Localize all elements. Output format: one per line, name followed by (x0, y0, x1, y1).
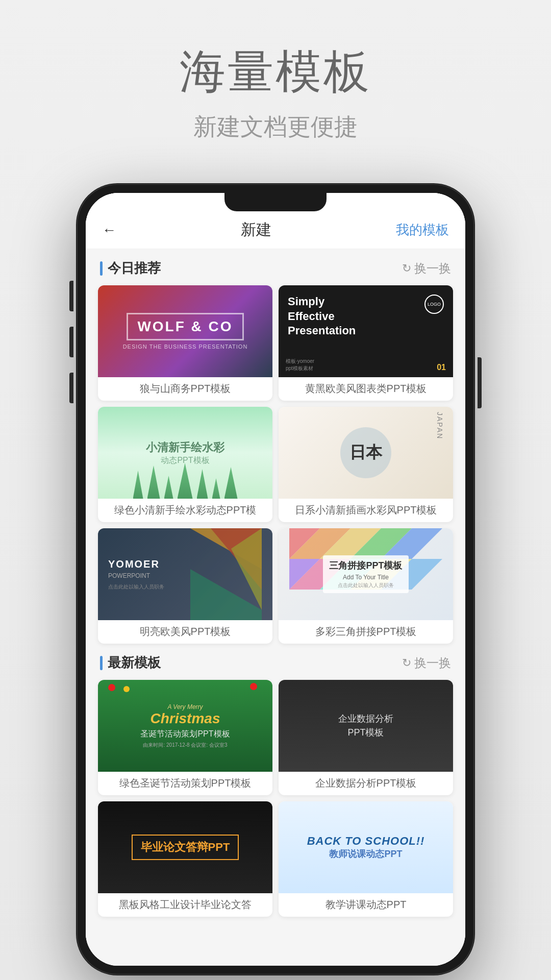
yomoer-sub-text: POWERPOINT (108, 572, 262, 579)
yomoer-thumbnail: YOMOER POWERPOINT 点击此处以输入人员职务 (98, 528, 272, 620)
today-template-grid: WOLF & CO DESIGN THE BUSINESS PRESENTATI… (98, 285, 453, 644)
today-section-title: 今日推荐 (100, 259, 161, 277)
japan-thumbnail: 日本 JAPAN (279, 407, 453, 499)
tree-6 (212, 478, 220, 499)
japan-main-text: 日本 (349, 442, 382, 464)
scroll-content[interactable]: 今日推荐 ↻ 换一换 WOLF & CO (86, 249, 465, 966)
graduation-thumbnail: 毕业论文答辩PPT (98, 801, 272, 893)
christmas-thumbnail: A Very Merry Christmas 圣诞节活动策划PPT模板 由来时间… (98, 680, 272, 772)
template-watercolor[interactable]: 小清新手绘水彩 动态PPT模板 (98, 407, 272, 522)
notch (224, 193, 327, 211)
triangle-label: 多彩三角拼接PPT模板 (279, 620, 453, 644)
simply-heading: Simply Effective Presentation (288, 295, 444, 338)
simply-source: 模板·yomoer ppt模板素材 (286, 358, 314, 372)
template-bizdata[interactable]: 企业数据分析 PPT模板 企业数据分析PPT模板 (279, 680, 453, 795)
watercolor-main-text: 小清新手绘水彩 (146, 440, 224, 455)
teacher-main-text: 教师说课动态PPT (307, 848, 425, 860)
wolf-label: 狼与山商务PPT模板 (98, 377, 272, 401)
tree-3 (164, 476, 173, 499)
japan-label: 日系小清新插画水彩风PPT模板 (279, 499, 453, 522)
watercolor-label: 绿色小清新手绘水彩动态PPT模 (98, 499, 272, 522)
latest-template-grid: A Very Merry Christmas 圣诞节活动策划PPT模板 由来时间… (98, 680, 453, 917)
back-to-school: BACK TO SCHOOL!! (307, 835, 425, 848)
latest-section-title: 最新模板 (100, 654, 161, 672)
phone-frame: ← 新建 我的模板 今日推荐 ↻ (77, 184, 474, 975)
triangle-main-text: 三角拼接PPT模板 (329, 559, 402, 572)
bauble-2 (123, 686, 130, 692)
bizdata-thumbnail: 企业数据分析 PPT模板 (279, 680, 453, 772)
template-simply[interactable]: Simply Effective Presentation LOGO 01 模板… (279, 285, 453, 401)
watercolor-trees (98, 463, 272, 499)
graduation-label: 黑板风格工业设计毕业论文答 (98, 893, 272, 917)
today-refresh[interactable]: ↻ 换一换 (402, 260, 451, 277)
triangle-desc-text: 点击此处以输入人员职务 (329, 582, 402, 589)
bizdata-label: 企业数据分析PPT模板 (279, 772, 453, 795)
app-content: ← 新建 我的模板 今日推荐 ↻ (86, 193, 465, 966)
graduation-main-text: 毕业论文答辩PPT (132, 835, 239, 860)
japan-vertical-text: JAPAN (436, 412, 444, 439)
wolf-subtitle-text: DESIGN THE BUSINESS PRESENTATION (123, 344, 248, 350)
template-yomoer[interactable]: YOMOER POWERPOINT 点击此处以输入人员职务 明亮欧美风PPT模板 (98, 528, 272, 644)
simply-thumbnail: Simply Effective Presentation LOGO 01 模板… (279, 285, 453, 377)
title-bar-accent (100, 261, 103, 276)
christmas-main-text: Christmas (151, 710, 220, 727)
refresh-icon: ↻ (402, 262, 411, 275)
back-button[interactable]: ← (102, 222, 116, 238)
latest-title-bar-accent (100, 656, 103, 670)
latest-refresh-icon: ↻ (402, 656, 411, 670)
tree-7 (224, 467, 238, 499)
template-triangle[interactable]: 三角拼接PPT模板 Add To Your Title 点击此处以输入人员职务 … (279, 528, 453, 644)
simply-label: 黄黑欧美风图表类PPT模板 (279, 377, 453, 401)
template-graduation[interactable]: 毕业论文答辩PPT 黑板风格工业设计毕业论文答 (98, 801, 272, 917)
bauble-3 (250, 683, 257, 690)
teacher-thumbnail: BACK TO SCHOOL!! 教师说课动态PPT (279, 801, 453, 893)
template-christmas[interactable]: A Very Merry Christmas 圣诞节活动策划PPT模板 由来时间… (98, 680, 272, 795)
latest-section-header: 最新模板 ↻ 换一换 (98, 654, 453, 672)
bizdata-subtitle: PPT模板 (347, 726, 384, 740)
simply-logo: LOGO (424, 295, 444, 314)
triangle-thumbnail: 三角拼接PPT模板 Add To Your Title 点击此处以输入人员职务 (279, 528, 453, 620)
template-wolf[interactable]: WOLF & CO DESIGN THE BUSINESS PRESENTATI… (98, 285, 272, 401)
tree-5 (197, 469, 208, 499)
bizdata-title: 企业数据分析 (338, 712, 393, 726)
phone-screen: ← 新建 我的模板 今日推荐 ↻ (86, 193, 465, 966)
watercolor-thumbnail: 小清新手绘水彩 动态PPT模板 (98, 407, 272, 499)
latest-section: 最新模板 ↻ 换一换 A Very Merry (98, 654, 453, 917)
today-section-header: 今日推荐 ↻ 换一换 (98, 259, 453, 277)
page-title-bar: 新建 (241, 219, 271, 240)
page-header: 海量模板 新建文档更便捷 (180, 0, 371, 143)
latest-refresh[interactable]: ↻ 换一换 (402, 655, 451, 671)
page-subtitle: 新建文档更便捷 (180, 111, 371, 143)
christmas-title-cn: 圣诞节活动策划PPT模板 (140, 729, 230, 740)
christmas-info: 由来时间: 2017-12-8 会议室: 会议室3 (143, 742, 227, 749)
phone-wrapper: ← 新建 我的模板 今日推荐 ↻ (77, 184, 474, 975)
watercolor-sub-text: 动态PPT模板 (161, 455, 209, 466)
christmas-label: 绿色圣诞节活动策划PPT模板 (98, 772, 272, 795)
my-templates-button[interactable]: 我的模板 (396, 221, 449, 239)
japan-circle: 日本 (340, 427, 391, 478)
wolf-title-text: WOLF & CO (127, 313, 243, 340)
teacher-label: 教学讲课动态PPT (279, 893, 453, 917)
teacher-content: BACK TO SCHOOL!! 教师说课动态PPT (307, 835, 425, 860)
wolf-thumbnail: WOLF & CO DESIGN THE BUSINESS PRESENTATI… (98, 285, 272, 377)
yomoer-main-text: YOMOER (108, 558, 262, 570)
page-title: 海量模板 (180, 41, 371, 103)
simply-num: 01 (437, 363, 446, 372)
template-japan[interactable]: 日本 JAPAN 日系小清新插画水彩风PPT模板 (279, 407, 453, 522)
tree-4 (178, 463, 193, 499)
bauble-1 (108, 684, 115, 691)
today-section: 今日推荐 ↻ 换一换 WOLF & CO (98, 259, 453, 644)
template-teacher[interactable]: BACK TO SCHOOL!! 教师说课动态PPT 教学讲课动态PPT (279, 801, 453, 917)
tree-1 (133, 471, 143, 499)
triangle-sub-text: Add To Your Title (329, 574, 402, 581)
yomoer-bottom-text: 点击此处以输入人员职务 (108, 583, 262, 591)
yomoer-label: 明亮欧美风PPT模板 (98, 620, 272, 644)
christmas-tagline: A Very Merry (167, 703, 203, 710)
tree-2 (147, 465, 160, 499)
